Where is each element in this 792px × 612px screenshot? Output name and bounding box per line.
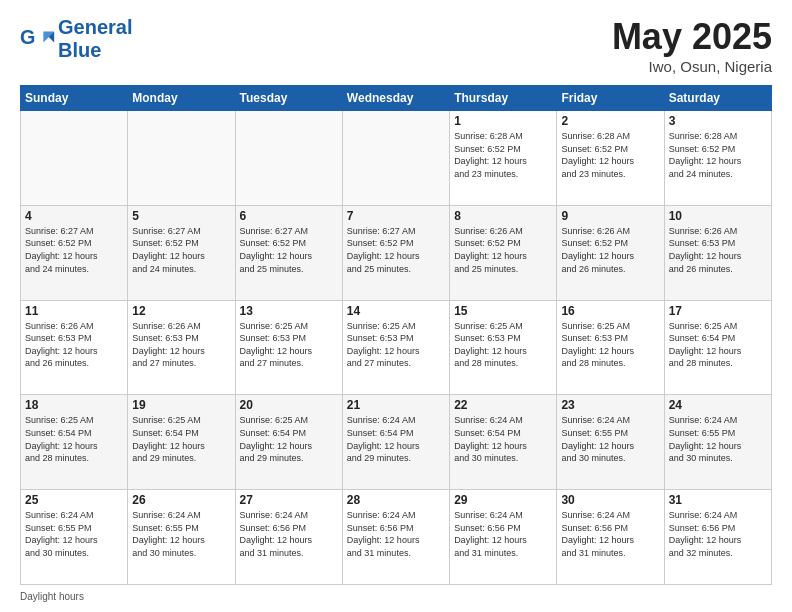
calendar-cell-w1-d1 (21, 111, 128, 206)
day-info: Sunrise: 6:26 AM Sunset: 6:53 PM Dayligh… (669, 225, 767, 275)
calendar-cell-w1-d7: 3Sunrise: 6:28 AM Sunset: 6:52 PM Daylig… (664, 111, 771, 206)
calendar-cell-w2-d4: 7Sunrise: 6:27 AM Sunset: 6:52 PM Daylig… (342, 205, 449, 300)
day-info: Sunrise: 6:27 AM Sunset: 6:52 PM Dayligh… (132, 225, 230, 275)
calendar-cell-w1-d5: 1Sunrise: 6:28 AM Sunset: 6:52 PM Daylig… (450, 111, 557, 206)
calendar-cell-w5-d5: 29Sunrise: 6:24 AM Sunset: 6:56 PM Dayli… (450, 490, 557, 585)
day-number: 8 (454, 209, 552, 223)
day-number: 5 (132, 209, 230, 223)
day-number: 15 (454, 304, 552, 318)
logo-general: General (58, 16, 132, 39)
calendar-week-3: 11Sunrise: 6:26 AM Sunset: 6:53 PM Dayli… (21, 300, 772, 395)
calendar-cell-w4-d6: 23Sunrise: 6:24 AM Sunset: 6:55 PM Dayli… (557, 395, 664, 490)
calendar-week-1: 1Sunrise: 6:28 AM Sunset: 6:52 PM Daylig… (21, 111, 772, 206)
day-number: 14 (347, 304, 445, 318)
day-info: Sunrise: 6:25 AM Sunset: 6:53 PM Dayligh… (561, 320, 659, 370)
calendar-cell-w5-d2: 26Sunrise: 6:24 AM Sunset: 6:55 PM Dayli… (128, 490, 235, 585)
calendar-cell-w2-d6: 9Sunrise: 6:26 AM Sunset: 6:52 PM Daylig… (557, 205, 664, 300)
day-info: Sunrise: 6:24 AM Sunset: 6:56 PM Dayligh… (240, 509, 338, 559)
title-block: May 2025 Iwo, Osun, Nigeria (612, 16, 772, 75)
day-info: Sunrise: 6:24 AM Sunset: 6:54 PM Dayligh… (454, 414, 552, 464)
calendar-cell-w5-d1: 25Sunrise: 6:24 AM Sunset: 6:55 PM Dayli… (21, 490, 128, 585)
day-number: 11 (25, 304, 123, 318)
day-info: Sunrise: 6:25 AM Sunset: 6:53 PM Dayligh… (240, 320, 338, 370)
day-number: 27 (240, 493, 338, 507)
day-number: 25 (25, 493, 123, 507)
day-number: 9 (561, 209, 659, 223)
day-info: Sunrise: 6:24 AM Sunset: 6:55 PM Dayligh… (25, 509, 123, 559)
day-number: 3 (669, 114, 767, 128)
day-info: Sunrise: 6:26 AM Sunset: 6:52 PM Dayligh… (454, 225, 552, 275)
day-info: Sunrise: 6:24 AM Sunset: 6:56 PM Dayligh… (561, 509, 659, 559)
day-number: 29 (454, 493, 552, 507)
day-number: 10 (669, 209, 767, 223)
calendar-week-4: 18Sunrise: 6:25 AM Sunset: 6:54 PM Dayli… (21, 395, 772, 490)
day-info: Sunrise: 6:26 AM Sunset: 6:52 PM Dayligh… (561, 225, 659, 275)
day-number: 30 (561, 493, 659, 507)
day-number: 4 (25, 209, 123, 223)
calendar-cell-w1-d2 (128, 111, 235, 206)
day-number: 22 (454, 398, 552, 412)
day-number: 12 (132, 304, 230, 318)
calendar-cell-w4-d4: 21Sunrise: 6:24 AM Sunset: 6:54 PM Dayli… (342, 395, 449, 490)
header: G General Blue May 2025 Iwo, Osun, Niger… (20, 16, 772, 75)
day-info: Sunrise: 6:25 AM Sunset: 6:54 PM Dayligh… (240, 414, 338, 464)
calendar-cell-w3-d2: 12Sunrise: 6:26 AM Sunset: 6:53 PM Dayli… (128, 300, 235, 395)
day-info: Sunrise: 6:27 AM Sunset: 6:52 PM Dayligh… (25, 225, 123, 275)
calendar-header-monday: Monday (128, 86, 235, 111)
calendar-cell-w4-d1: 18Sunrise: 6:25 AM Sunset: 6:54 PM Dayli… (21, 395, 128, 490)
day-info: Sunrise: 6:26 AM Sunset: 6:53 PM Dayligh… (25, 320, 123, 370)
calendar-cell-w3-d5: 15Sunrise: 6:25 AM Sunset: 6:53 PM Dayli… (450, 300, 557, 395)
day-info: Sunrise: 6:25 AM Sunset: 6:53 PM Dayligh… (347, 320, 445, 370)
calendar-table: SundayMondayTuesdayWednesdayThursdayFrid… (20, 85, 772, 585)
page: G General Blue May 2025 Iwo, Osun, Niger… (0, 0, 792, 612)
day-info: Sunrise: 6:27 AM Sunset: 6:52 PM Dayligh… (347, 225, 445, 275)
calendar-cell-w2-d3: 6Sunrise: 6:27 AM Sunset: 6:52 PM Daylig… (235, 205, 342, 300)
day-number: 23 (561, 398, 659, 412)
day-info: Sunrise: 6:25 AM Sunset: 6:54 PM Dayligh… (132, 414, 230, 464)
title-location: Iwo, Osun, Nigeria (612, 58, 772, 75)
day-info: Sunrise: 6:27 AM Sunset: 6:52 PM Dayligh… (240, 225, 338, 275)
day-number: 7 (347, 209, 445, 223)
calendar-cell-w1-d4 (342, 111, 449, 206)
calendar-header-row: SundayMondayTuesdayWednesdayThursdayFrid… (21, 86, 772, 111)
day-number: 16 (561, 304, 659, 318)
calendar-header-thursday: Thursday (450, 86, 557, 111)
day-info: Sunrise: 6:24 AM Sunset: 6:55 PM Dayligh… (669, 414, 767, 464)
svg-text:G: G (20, 26, 35, 48)
footer-text: Daylight hours (20, 591, 84, 602)
day-info: Sunrise: 6:24 AM Sunset: 6:56 PM Dayligh… (347, 509, 445, 559)
calendar-cell-w3-d4: 14Sunrise: 6:25 AM Sunset: 6:53 PM Dayli… (342, 300, 449, 395)
day-number: 19 (132, 398, 230, 412)
calendar-cell-w4-d7: 24Sunrise: 6:24 AM Sunset: 6:55 PM Dayli… (664, 395, 771, 490)
calendar-week-5: 25Sunrise: 6:24 AM Sunset: 6:55 PM Dayli… (21, 490, 772, 585)
calendar-cell-w3-d3: 13Sunrise: 6:25 AM Sunset: 6:53 PM Dayli… (235, 300, 342, 395)
logo: G General Blue (20, 16, 132, 62)
day-number: 31 (669, 493, 767, 507)
footer: Daylight hours (20, 591, 772, 602)
day-number: 6 (240, 209, 338, 223)
calendar-cell-w5-d3: 27Sunrise: 6:24 AM Sunset: 6:56 PM Dayli… (235, 490, 342, 585)
calendar-header-wednesday: Wednesday (342, 86, 449, 111)
day-info: Sunrise: 6:26 AM Sunset: 6:53 PM Dayligh… (132, 320, 230, 370)
logo-icon: G (20, 24, 56, 54)
day-number: 24 (669, 398, 767, 412)
day-number: 1 (454, 114, 552, 128)
calendar-cell-w1-d6: 2Sunrise: 6:28 AM Sunset: 6:52 PM Daylig… (557, 111, 664, 206)
day-info: Sunrise: 6:25 AM Sunset: 6:54 PM Dayligh… (669, 320, 767, 370)
day-info: Sunrise: 6:24 AM Sunset: 6:56 PM Dayligh… (669, 509, 767, 559)
day-info: Sunrise: 6:24 AM Sunset: 6:55 PM Dayligh… (561, 414, 659, 464)
calendar-cell-w4-d5: 22Sunrise: 6:24 AM Sunset: 6:54 PM Dayli… (450, 395, 557, 490)
calendar-cell-w5-d7: 31Sunrise: 6:24 AM Sunset: 6:56 PM Dayli… (664, 490, 771, 585)
day-info: Sunrise: 6:28 AM Sunset: 6:52 PM Dayligh… (454, 130, 552, 180)
calendar-cell-w5-d4: 28Sunrise: 6:24 AM Sunset: 6:56 PM Dayli… (342, 490, 449, 585)
calendar-header-sunday: Sunday (21, 86, 128, 111)
day-number: 2 (561, 114, 659, 128)
logo-blue: Blue (58, 39, 101, 61)
calendar-header-friday: Friday (557, 86, 664, 111)
day-number: 28 (347, 493, 445, 507)
calendar-cell-w5-d6: 30Sunrise: 6:24 AM Sunset: 6:56 PM Dayli… (557, 490, 664, 585)
day-info: Sunrise: 6:28 AM Sunset: 6:52 PM Dayligh… (561, 130, 659, 180)
calendar-cell-w4-d2: 19Sunrise: 6:25 AM Sunset: 6:54 PM Dayli… (128, 395, 235, 490)
day-info: Sunrise: 6:28 AM Sunset: 6:52 PM Dayligh… (669, 130, 767, 180)
calendar-header-saturday: Saturday (664, 86, 771, 111)
